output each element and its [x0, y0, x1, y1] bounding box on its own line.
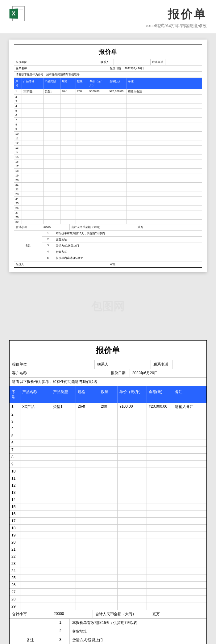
table-row: 27 — [10, 589, 206, 596]
table-row: 19 — [10, 532, 206, 539]
cell-qty — [76, 118, 88, 122]
cell-name — [22, 164, 44, 168]
cell-remark — [127, 122, 202, 127]
cell-price — [88, 183, 108, 187]
table-row: 8 — [14, 122, 202, 127]
cell-spec — [76, 546, 99, 553]
cell-name — [22, 99, 44, 104]
table-row: 21 — [10, 546, 206, 553]
cell-type — [51, 461, 76, 468]
table-row: 17 — [14, 164, 202, 169]
cell-price — [118, 496, 147, 503]
cell-name — [20, 532, 51, 539]
phone-label: 联系电话 — [151, 59, 165, 65]
table-row: 14 — [14, 150, 202, 155]
cell-price — [118, 532, 147, 539]
cell-spec — [60, 169, 76, 173]
cell-amount — [147, 532, 173, 539]
cell-name — [22, 197, 44, 201]
cell-spec — [76, 468, 99, 475]
cell-qty — [99, 532, 118, 539]
table-row: 10 — [14, 132, 202, 136]
cell-type — [44, 104, 60, 108]
cell-name — [22, 141, 44, 145]
total-cn-label: 合计人民币金额（大写） — [70, 224, 136, 230]
table-row: 19 — [14, 173, 202, 178]
cell-amount — [108, 104, 127, 108]
table-row: 9 — [14, 127, 202, 132]
cell-seq: 23 — [14, 192, 22, 196]
cell-type — [44, 141, 60, 145]
cell-amount — [108, 215, 127, 219]
cell-remark — [127, 127, 202, 131]
cell-remark — [173, 603, 206, 610]
table-row: 27 — [14, 210, 202, 215]
remarks-text: 报价单内容请确认签名 — [54, 255, 202, 261]
subtotal-value: 20000 — [51, 610, 93, 618]
page-preview-small: 报价单 报价单位 联系人 联系电话 客户名称 报价日期 2022年6月20日 请… — [9, 40, 207, 272]
cell-qty — [76, 173, 88, 178]
cell-qty — [99, 589, 118, 595]
cell-spec — [60, 201, 76, 205]
cell-amount — [108, 122, 127, 127]
cell-name — [22, 118, 44, 122]
cell-price — [88, 220, 108, 224]
cell-seq: 8 — [10, 454, 20, 460]
cell-name — [22, 127, 44, 131]
cell-spec — [76, 603, 99, 610]
cell-remark: 请输入备注 — [173, 403, 206, 411]
cell-qty — [99, 518, 118, 524]
cell-spec — [76, 425, 99, 432]
cell-type — [51, 411, 76, 418]
cell-type — [44, 99, 60, 104]
cell-seq: 16 — [14, 159, 22, 164]
cell-type — [51, 546, 76, 553]
cell-qty — [76, 136, 88, 141]
cell-remark — [127, 178, 202, 182]
cell-price — [118, 411, 147, 418]
cell-amount — [108, 220, 127, 224]
cell-type — [44, 146, 60, 150]
cell-price — [88, 169, 108, 173]
cell-remark — [127, 159, 202, 164]
cell-price — [118, 425, 147, 432]
cell-remark — [173, 518, 206, 524]
cell-seq: 26 — [14, 206, 22, 210]
cell-remark — [127, 146, 202, 150]
table-row: 3 — [14, 99, 202, 104]
cell-spec — [76, 532, 99, 539]
cell-type — [51, 539, 76, 546]
cell-name — [20, 447, 51, 453]
template-header: X 报价单 excel格式/A4打印/内容随意修改 — [0, 0, 216, 33]
cell-qty — [76, 99, 88, 104]
cell-amount — [108, 169, 127, 173]
cell-spec — [76, 447, 99, 453]
cell-name — [20, 553, 51, 560]
cell-amount — [147, 468, 173, 475]
cell-price: ¥100.00 — [118, 403, 147, 411]
remarks-item: 5报价单内容请确认签名 — [42, 255, 202, 261]
cell-spec — [60, 210, 76, 215]
cell-price — [118, 539, 147, 546]
cell-spec — [76, 589, 99, 595]
table-row: 29 — [10, 603, 206, 610]
remarks-text: 货运方式:送货上门 — [70, 636, 206, 644]
cell-spec — [60, 108, 76, 113]
col-amount: 金额(元) — [108, 78, 127, 89]
cell-type — [51, 425, 76, 432]
cell-seq: 12 — [14, 141, 22, 145]
cell-price — [118, 432, 147, 439]
cell-remark — [173, 489, 206, 496]
cell-seq: 26 — [10, 582, 20, 588]
cell-price — [118, 475, 147, 482]
cell-name — [20, 439, 51, 446]
cell-seq: 25 — [10, 574, 20, 581]
cell-name — [22, 169, 44, 173]
table-header: 序号 产品名称 产品类型 规格 数量 单价（元/斤） 金额(元) 备注 — [14, 78, 202, 89]
cell-price — [88, 104, 108, 108]
cell-seq: 22 — [14, 187, 22, 192]
cell-spec — [76, 503, 99, 510]
cell-spec — [76, 411, 99, 418]
cell-remark — [173, 439, 206, 446]
table-row: 18 — [14, 169, 202, 173]
